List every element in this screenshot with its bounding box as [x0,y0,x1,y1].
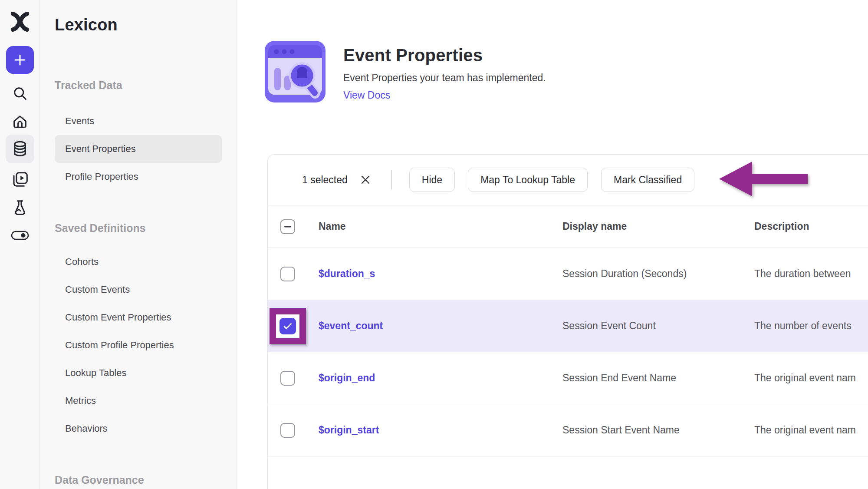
row-checkbox-checked[interactable] [279,318,296,334]
section-header-saved-definitions: Saved Definitions [55,221,236,235]
hide-button[interactable]: Hide [409,168,455,192]
table-row[interactable]: $origin_start Session Start Event Name T… [268,404,868,456]
property-display-name: Session Start Event Name [562,424,754,436]
column-header-name: Name [319,221,562,232]
sidebar-item-event-properties[interactable]: Event Properties [55,135,222,163]
sidebar-item-events[interactable]: Events [55,107,222,135]
sidebar-item-lookup-tables[interactable]: Lookup Tables [55,359,222,387]
view-docs-link[interactable]: View Docs [343,89,390,101]
data-definitions-icon[interactable] [6,135,34,163]
plus-icon [13,53,27,67]
lexicon-sidebar: Lexicon Tracked Data Events Event Proper… [40,0,237,489]
mark-classified-button[interactable]: Mark Classified [601,168,694,192]
experiments-flask-icon[interactable] [11,198,29,217]
check-icon [283,321,292,330]
sidebar-item-custom-profile-properties[interactable]: Custom Profile Properties [55,331,222,359]
table-row-selected[interactable]: $event_count Session Event Count The num… [268,300,868,352]
select-all-checkbox[interactable] [280,219,295,234]
checkbox-highlight-inner [276,314,299,338]
sidebar-item-metrics[interactable]: Metrics [55,387,222,415]
property-display-name: Session Event Count [562,320,754,332]
property-description: The number of events [754,320,868,332]
property-description: The original event nam [754,424,868,436]
property-display-name: Session Duration (Seconds) [562,268,754,280]
annotation-arrow-icon [718,161,809,197]
clear-selection-button[interactable] [359,173,372,186]
toolbar-divider [391,170,392,189]
search-icon[interactable] [11,85,29,102]
row-checkbox[interactable] [280,267,295,281]
section-header-data-governance: Data Governance [55,473,236,486]
table-row[interactable]: $origin_end Session End Event Name The o… [268,352,868,404]
icon-rail [0,0,40,489]
property-name-link[interactable]: $event_count [319,320,383,331]
column-header-display-name: Display name [562,221,754,232]
page-title: Event Properties [343,45,546,66]
property-name-link[interactable]: $origin_end [319,372,375,383]
property-description: The duration between [754,268,868,280]
close-icon [360,174,371,185]
section-header-tracked-data: Tracked Data [55,79,236,92]
sidebar-item-cohorts[interactable]: Cohorts [55,248,222,276]
feature-flags-toggle-icon[interactable] [10,228,30,243]
indeterminate-dash-icon [284,226,291,227]
mixpanel-logo-icon[interactable] [8,10,32,34]
property-description: The original event nam [754,372,868,384]
property-display-name: Session End Event Name [562,372,754,384]
event-properties-card: 1 selected Hide Map To Lookup Table Mark… [267,154,868,489]
sidebar-title: Lexicon [55,16,236,34]
page-subtitle: Event Properties your team has implement… [343,72,546,84]
property-name-link[interactable]: $duration_s [319,268,375,279]
map-to-lookup-table-button[interactable]: Map To Lookup Table [468,168,588,192]
create-new-button[interactable] [6,46,34,74]
column-header-description: Description [754,221,868,232]
sidebar-item-profile-properties[interactable]: Profile Properties [55,163,222,191]
checkbox-highlight-annotation [270,308,306,344]
home-icon[interactable] [11,113,29,131]
row-checkbox[interactable] [280,371,295,386]
boards-icon[interactable] [11,170,29,188]
table-row[interactable]: $duration_s Session Duration (Seconds) T… [268,248,868,300]
row-checkbox[interactable] [280,423,295,438]
sidebar-item-custom-events[interactable]: Custom Events [55,276,222,304]
sidebar-item-custom-event-properties[interactable]: Custom Event Properties [55,304,222,331]
sidebar-item-behaviors[interactable]: Behaviors [55,415,222,443]
selected-count: 1 selected [302,174,348,186]
event-properties-app-icon [265,41,326,102]
property-name-link[interactable]: $origin_start [319,424,379,436]
table-header-row: Name Display name Description [268,205,868,248]
